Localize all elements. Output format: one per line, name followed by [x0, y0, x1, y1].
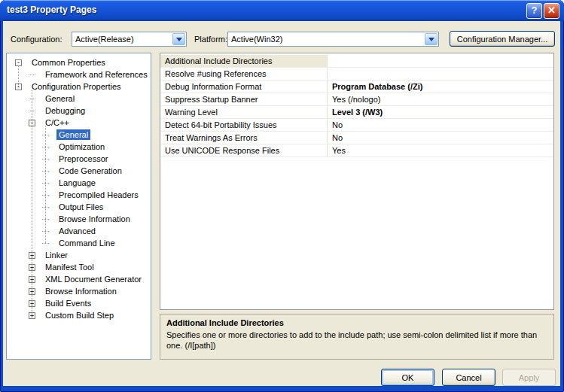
tree-item-label[interactable]: Common Properties	[29, 57, 108, 68]
platform-select[interactable]: Active(Win32)	[227, 32, 439, 47]
property-value[interactable]	[328, 68, 553, 80]
tree-item-label[interactable]: Advanced	[56, 226, 98, 236]
tree-item-output-files[interactable]: Output Files	[7, 201, 151, 213]
tree-item-label[interactable]: Command Line	[56, 238, 117, 248]
property-value[interactable]: Yes (/nologo)	[328, 93, 553, 105]
tree-connector-line	[18, 65, 19, 87]
property-row[interactable]: Suppress Startup BannerYes (/nologo)	[160, 93, 553, 106]
property-row[interactable]: Treat Warnings As ErrorsNo	[160, 132, 553, 144]
window-title: test3 Property Pages	[7, 5, 96, 15]
tree-item-label[interactable]: Build Events	[43, 298, 93, 308]
tree-item-label[interactable]: Optimization	[56, 141, 107, 152]
tree-item-c-c[interactable]: -C/C++	[7, 117, 151, 129]
tree-item-label[interactable]: Configuration Properties	[29, 81, 123, 92]
tree-item-language[interactable]: Language	[7, 177, 151, 189]
tree-item-label[interactable]: C/C++	[43, 117, 72, 128]
platform-value: Active(Win32)	[228, 35, 424, 44]
description-panel: Additional Include Directories Specifies…	[160, 314, 554, 360]
property-row[interactable]: Additional Include Directories	[160, 55, 553, 68]
tree-item-linker[interactable]: +Linker	[7, 249, 151, 261]
property-label[interactable]: Suppress Startup Banner	[160, 93, 328, 105]
tree-item-label[interactable]: Framework and References	[43, 69, 150, 80]
close-button[interactable]: ✕	[544, 3, 559, 19]
tree-item-precompiled-headers[interactable]: Precompiled Headers	[7, 189, 151, 201]
question-mark-icon: ?	[532, 5, 538, 16]
property-label[interactable]: Detect 64-bit Portability Issues	[160, 119, 328, 131]
tree-item-debugging[interactable]: Debugging	[7, 105, 151, 117]
property-value[interactable]	[328, 55, 553, 67]
tree-item-label[interactable]: Preprocessor	[56, 153, 110, 164]
titlebar[interactable]: test3 Property Pages ? ✕	[0, 0, 564, 21]
tree-item-common-properties[interactable]: -Common Properties	[7, 56, 151, 68]
tree-item-browse-information[interactable]: +Browse Information	[7, 285, 151, 297]
tree-connector-line	[32, 90, 32, 315]
tree-item-manifest-tool[interactable]: +Manifest Tool	[7, 261, 151, 273]
help-button[interactable]: ?	[526, 3, 542, 19]
tree-item-label[interactable]: XML Document Generator	[43, 274, 144, 284]
tree-item-browse-information[interactable]: Browse Information	[7, 213, 151, 225]
tree-item-general[interactable]: General	[7, 93, 151, 105]
chevron-down-icon[interactable]	[172, 33, 185, 45]
property-row[interactable]: Use UNICODE Response FilesYes	[160, 144, 553, 157]
property-label[interactable]: Additional Include Directories	[160, 55, 328, 67]
tree-item-general[interactable]: General	[7, 129, 151, 141]
tree-item-label[interactable]: Browse Information	[43, 286, 119, 296]
tree-item-custom-build-step[interactable]: +Custom Build Step	[7, 309, 151, 321]
tree-item-label[interactable]: Language	[56, 178, 98, 188]
tree-item-xml-document-generator[interactable]: +XML Document Generator	[7, 273, 151, 285]
property-row[interactable]: Resolve #using References	[160, 68, 553, 81]
tree-item-label[interactable]: Linker	[43, 250, 70, 260]
configuration-manager-button[interactable]: Configuration Manager...	[450, 31, 555, 47]
tree-item-label[interactable]: Precompiled Headers	[56, 190, 141, 200]
property-value[interactable]: Level 3 (/W3)	[328, 106, 553, 118]
tree-item-configuration-properties[interactable]: -Configuration Properties	[7, 81, 151, 93]
property-label[interactable]: Use UNICODE Response Files	[160, 144, 328, 156]
tree-item-label[interactable]: General	[56, 129, 90, 140]
category-tree[interactable]: -Common PropertiesFramework and Referenc…	[6, 53, 151, 360]
configuration-label: Configuration:	[11, 32, 62, 47]
property-row[interactable]: Detect 64-bit Portability IssuesNo	[160, 119, 553, 132]
description-text: Specifies one or more directories to add…	[166, 330, 547, 351]
property-row[interactable]: Warning LevelLevel 3 (/W3)	[160, 106, 553, 119]
description-title: Additional Include Directories	[166, 318, 547, 327]
tree-item-label[interactable]: Code Generation	[56, 166, 124, 176]
tree-item-label[interactable]: Browse Information	[56, 214, 133, 224]
property-value[interactable]: No	[328, 119, 553, 131]
property-label[interactable]: Treat Warnings As Errors	[160, 132, 328, 144]
tree-item-advanced[interactable]: Advanced	[7, 225, 151, 237]
configuration-select[interactable]: Active(Release)	[72, 32, 187, 47]
tree-connector	[29, 74, 35, 75]
tree-item-framework-and-references[interactable]: Framework and References	[7, 68, 151, 81]
chevron-down-icon[interactable]	[425, 33, 437, 45]
property-label[interactable]: Debug Information Format	[160, 81, 328, 93]
property-grid: Additional Include DirectoriesResolve #u…	[160, 53, 554, 310]
close-icon: ✕	[547, 5, 556, 16]
tree-item-label[interactable]: Debugging	[43, 105, 87, 116]
property-value[interactable]: Yes	[328, 144, 553, 156]
tree-item-command-line[interactable]: Command Line	[7, 237, 151, 249]
tree-item-preprocessor[interactable]: Preprocessor	[7, 153, 151, 165]
apply-button[interactable]: Apply	[502, 369, 556, 386]
tree-item-label[interactable]: Manifest Tool	[43, 262, 96, 272]
ok-button[interactable]: OK	[381, 369, 434, 386]
property-label[interactable]: Warning Level	[160, 106, 328, 118]
property-label[interactable]: Resolve #using References	[160, 68, 328, 80]
property-pages-dialog: test3 Property Pages ? ✕ Configuration: …	[0, 0, 564, 392]
dialog-body: Configuration: Active(Release) Platform:…	[3, 21, 560, 386]
cancel-button[interactable]: Cancel	[442, 369, 495, 386]
configuration-value: Active(Release)	[72, 35, 172, 44]
tree-item-label[interactable]: Custom Build Step	[43, 310, 116, 321]
property-value[interactable]: Program Database (/Zi)	[328, 81, 553, 93]
platform-label: Platform:	[194, 32, 227, 47]
property-value[interactable]: No	[328, 132, 553, 144]
tree-item-build-events[interactable]: +Build Events	[7, 297, 151, 309]
tree-connector-line	[45, 126, 46, 243]
property-row[interactable]: Debug Information FormatProgram Database…	[160, 81, 553, 93]
tree-item-label[interactable]: General	[43, 93, 77, 104]
tree-item-optimization[interactable]: Optimization	[7, 141, 151, 153]
tree-item-label[interactable]: Output Files	[56, 202, 105, 212]
tree-item-code-generation[interactable]: Code Generation	[7, 165, 151, 177]
